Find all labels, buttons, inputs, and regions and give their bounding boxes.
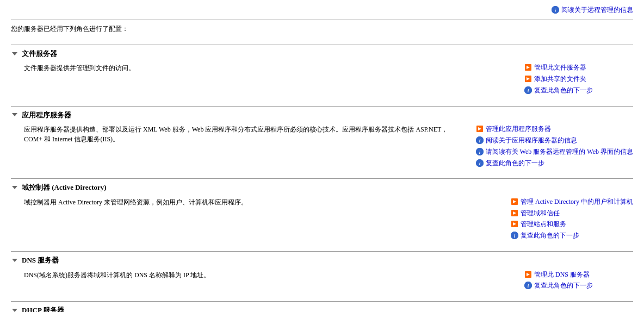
- section-header-dc: 域控制器 (Active Directory): [11, 179, 633, 195]
- section-title-dc: 域控制器 (Active Directory): [22, 182, 107, 193]
- section-body-dc: 域控制器用 Active Directory 来管理网络资源，例如用户、计算机和…: [11, 195, 633, 247]
- section-dns: DNS 服务器DNS(域名系统)服务器将域和计算机的 DNS 名称解释为 IP …: [11, 251, 633, 297]
- collapse-icon-file-server[interactable]: [11, 50, 18, 58]
- info-icon: i: [476, 136, 484, 144]
- remote-management-label: 阅读关于远程管理的信息: [561, 5, 633, 15]
- arrow-icon: [511, 209, 518, 217]
- link-text-file-server-2: 复查此角色的下一步: [534, 86, 593, 95]
- link-dns-0[interactable]: 管理此 DNS 服务器: [524, 270, 590, 279]
- section-title-dhcp: DHCP 服务器: [22, 305, 64, 312]
- arrow-icon: [524, 64, 532, 71]
- remote-management-link[interactable]: i 阅读关于远程管理的信息: [552, 5, 633, 15]
- link-text-dc-3: 复查此角色的下一步: [521, 231, 579, 240]
- arrow-icon: [511, 198, 518, 205]
- section-body-file-server: 文件服务器提供并管理到文件的访问。管理此文件服务器添加共享的文件夹i复查此角色的…: [11, 61, 633, 101]
- link-text-app-server-2: 请阅读有关 Web 服务器远程管理的 Web 界面的信息: [486, 147, 633, 157]
- info-icon: i: [476, 148, 484, 155]
- section-title-file-server: 文件服务器: [22, 48, 57, 59]
- top-bar: i 阅读关于远程管理的信息: [11, 5, 633, 20]
- sections-container: 文件服务器文件服务器提供并管理到文件的访问。管理此文件服务器添加共享的文件夹i复…: [11, 45, 633, 312]
- collapse-icon-app-server[interactable]: [11, 111, 18, 118]
- link-text-file-server-0: 管理此文件服务器: [534, 63, 586, 72]
- link-app-server-0[interactable]: 管理此应用程序服务器: [476, 124, 551, 134]
- link-text-dns-0: 管理此 DNS 服务器: [534, 270, 590, 279]
- link-text-dc-1: 管理域和信任: [521, 209, 560, 218]
- link-app-server-2[interactable]: i请阅读有关 Web 服务器远程管理的 Web 界面的信息: [476, 147, 633, 157]
- arrow-icon: [511, 220, 518, 228]
- link-dns-1[interactable]: i复查此角色的下一步: [524, 281, 593, 290]
- link-dc-1[interactable]: 管理域和信任: [511, 209, 560, 218]
- link-dc-2[interactable]: 管理站点和服务: [511, 220, 566, 229]
- link-text-dc-2: 管理站点和服务: [521, 220, 566, 229]
- section-header-file-server: 文件服务器: [11, 45, 633, 61]
- intro-text: 您的服务器已经用下列角色进行了配置：: [11, 20, 633, 40]
- link-file-server-1[interactable]: 添加共享的文件夹: [524, 74, 586, 84]
- link-text-dns-1: 复查此角色的下一步: [534, 281, 593, 290]
- section-title-app-server: 应用程序服务器: [22, 110, 71, 121]
- info-icon: i: [476, 159, 484, 167]
- link-file-server-0[interactable]: 管理此文件服务器: [524, 63, 586, 72]
- collapse-icon-dns[interactable]: [11, 257, 18, 264]
- section-header-app-server: 应用程序服务器: [11, 107, 633, 123]
- link-text-app-server-0: 管理此应用程序服务器: [486, 124, 551, 134]
- info-icon: i: [511, 232, 518, 239]
- collapse-icon-dc[interactable]: [11, 184, 18, 191]
- section-links-dns: 管理此 DNS 服务器i复查此角色的下一步: [524, 270, 633, 291]
- info-icon: i: [524, 282, 532, 289]
- section-app-server: 应用程序服务器应用程序服务器提供构造、部署以及运行 XML Web 服务，Web…: [11, 106, 633, 174]
- svg-marker-18: [12, 186, 17, 189]
- link-text-file-server-1: 添加共享的文件夹: [534, 74, 586, 84]
- svg-marker-32: [12, 309, 17, 312]
- section-desc-app-server: 应用程序服务器提供构造、部署以及运行 XML Web 服务，Web 应用程序和分…: [24, 124, 459, 144]
- section-links-file-server: 管理此文件服务器添加共享的文件夹i复查此角色的下一步: [524, 63, 633, 95]
- section-dhcp: DHCP 服务器DHCP(动态主机配置协议)服务器分配 IP 地址给网络客户端。…: [11, 301, 633, 312]
- section-body-dns: DNS(域名系统)服务器将域和计算机的 DNS 名称解释为 IP 地址。管理此 …: [11, 268, 633, 297]
- arrow-icon: [524, 75, 532, 83]
- section-header-dhcp: DHCP 服务器: [11, 302, 633, 312]
- arrow-icon: [476, 125, 484, 133]
- svg-marker-9: [12, 113, 17, 116]
- info-icon: i: [524, 86, 532, 94]
- section-desc-dc: 域控制器用 Active Directory 来管理网络资源，例如用户、计算机和…: [24, 197, 459, 207]
- section-body-app-server: 应用程序服务器提供构造、部署以及运行 XML Web 服务，Web 应用程序和分…: [11, 122, 633, 174]
- link-file-server-2[interactable]: i复查此角色的下一步: [524, 86, 593, 95]
- info-icon: i: [552, 6, 559, 14]
- section-links-dc: 管理 Active Directory 中的用户和计算机管理域和信任管理站点和服…: [511, 197, 633, 240]
- section-title-dns: DNS 服务器: [22, 255, 59, 266]
- arrow-icon: [524, 271, 532, 278]
- link-text-app-server-3: 复查此角色的下一步: [486, 159, 544, 168]
- section-desc-dns: DNS(域名系统)服务器将域和计算机的 DNS 名称解释为 IP 地址。: [24, 270, 459, 280]
- link-dc-0[interactable]: 管理 Active Directory 中的用户和计算机: [511, 197, 633, 207]
- svg-marker-27: [12, 259, 17, 262]
- section-header-dns: DNS 服务器: [11, 252, 633, 268]
- link-dc-3[interactable]: i复查此角色的下一步: [511, 231, 579, 240]
- section-desc-file-server: 文件服务器提供并管理到文件的访问。: [24, 63, 459, 73]
- collapse-icon-dhcp[interactable]: [11, 307, 18, 312]
- link-text-dc-0: 管理 Active Directory 中的用户和计算机: [521, 197, 633, 207]
- link-text-app-server-1: 阅读关于应用程序服务器的信息: [486, 136, 577, 145]
- svg-marker-2: [12, 52, 17, 55]
- section-dc: 域控制器 (Active Directory)域控制器用 Active Dire…: [11, 178, 633, 247]
- section-file-server: 文件服务器文件服务器提供并管理到文件的访问。管理此文件服务器添加共享的文件夹i复…: [11, 45, 633, 102]
- link-app-server-1[interactable]: i阅读关于应用程序服务器的信息: [476, 136, 577, 145]
- link-app-server-3[interactable]: i复查此角色的下一步: [476, 159, 544, 168]
- section-links-app-server: 管理此应用程序服务器i阅读关于应用程序服务器的信息i请阅读有关 Web 服务器远…: [476, 124, 633, 167]
